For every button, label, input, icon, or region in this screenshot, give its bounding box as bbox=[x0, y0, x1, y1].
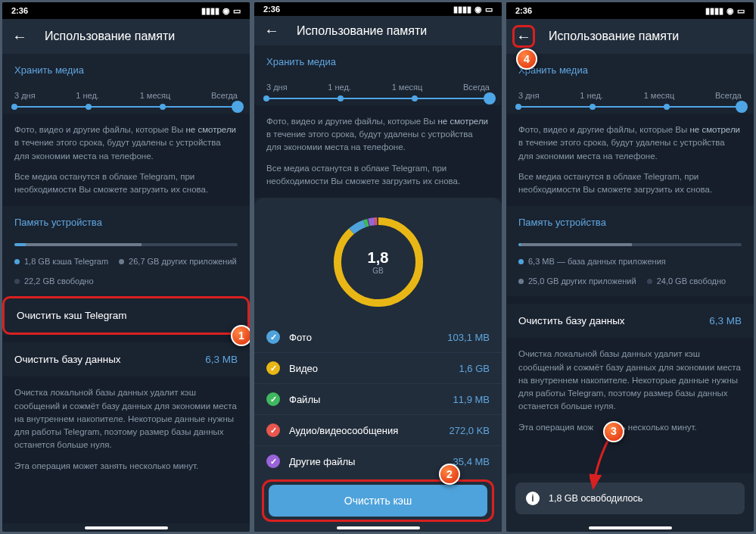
app-header: ← Использование памяти bbox=[254, 16, 502, 45]
clear-cache-highlight: Очистить кэш Telegram 1 bbox=[2, 296, 250, 335]
wifi-icon: ◉ bbox=[474, 5, 482, 14]
status-time: 2:36 bbox=[263, 5, 280, 14]
legend-item: 25,0 GB других приложений bbox=[518, 276, 636, 286]
device-storage-title: Память устройства bbox=[14, 217, 238, 228]
wifi-icon: ◉ bbox=[222, 6, 230, 16]
cache-cat-other[interactable]: ✓ Другие файлы 35,4 MB bbox=[254, 445, 502, 476]
storage-bar bbox=[14, 243, 238, 246]
clear-db-button[interactable]: Очистить базу данных 6,3 MB bbox=[2, 342, 250, 376]
legend-item: 24,0 GB свободно bbox=[647, 276, 726, 286]
step-marker-3: 3 bbox=[603, 421, 624, 442]
cache-cat-photo[interactable]: ✓ Фото 103,1 MB bbox=[254, 322, 502, 352]
donut-total-unit: GB bbox=[372, 267, 383, 275]
screen-2: 2:36 ▮▮▮▮◉▭ ← Использование памяти Храни… bbox=[254, 2, 502, 532]
clear-cache-highlight: Очистить кэш 2 bbox=[262, 479, 494, 522]
status-bar: 2:36 ▮▮▮▮ ◉ ▭ bbox=[2, 2, 250, 19]
home-indicator[interactable] bbox=[85, 526, 168, 529]
device-storage-section: Память устройства 6,3 MB — база данных п… bbox=[506, 206, 754, 296]
check-icon[interactable]: ✓ bbox=[266, 330, 280, 344]
status-time: 2:36 bbox=[515, 6, 532, 15]
check-icon[interactable]: ✓ bbox=[266, 423, 280, 437]
legend-item: 1,8 GB кэша Telegram bbox=[14, 257, 108, 266]
status-bar: 2:36 ▮▮▮▮◉▭ bbox=[254, 2, 502, 16]
keep-media-info: Фото, видео и другие файлы, которые Вы н… bbox=[2, 114, 250, 206]
check-icon[interactable]: ✓ bbox=[266, 454, 280, 468]
step-marker-4: 4 bbox=[516, 48, 537, 70]
legend-item: 26,7 GB других приложений bbox=[119, 257, 237, 266]
cache-sheet: 1,8 GB ✓ Фото 103,1 MB ✓ Видео 1,6 GB ✓ … bbox=[254, 198, 502, 532]
status-icons: ▮▮▮▮ ◉ ▭ bbox=[201, 6, 241, 16]
keep-media-slider[interactable] bbox=[518, 106, 742, 108]
cache-cat-audio[interactable]: ✓ Аудио/видеосообщения 272,0 KB bbox=[254, 414, 502, 445]
info-icon: i bbox=[526, 492, 540, 505]
legend-item: 6,3 MB — база данных приложения bbox=[518, 257, 666, 266]
keep-media-title: Хранить медиа bbox=[14, 64, 238, 76]
check-icon[interactable]: ✓ bbox=[266, 392, 280, 406]
step-marker-2: 2 bbox=[439, 464, 460, 485]
screen-3: 2:36 ▮▮▮▮◉▭ ← 4 Использование памяти Хра… bbox=[506, 2, 754, 532]
home-indicator[interactable] bbox=[337, 526, 420, 529]
screen-1: 2:36 ▮▮▮▮ ◉ ▭ ← Использование памяти Хра… bbox=[2, 2, 250, 532]
keep-media-section: Хранить медиа 3 дня 1 нед. 1 месяц Всегд… bbox=[254, 45, 502, 105]
back-button[interactable]: ← 4 bbox=[512, 25, 535, 48]
keep-media-info: Фото, видео и другие файлы, которые Вы н… bbox=[254, 105, 502, 198]
battery-icon: ▭ bbox=[485, 5, 493, 14]
slider-labels: 3 дня 1 нед. 1 месяц Всегда bbox=[14, 91, 238, 100]
home-indicator[interactable] bbox=[589, 526, 672, 529]
keep-media-slider[interactable] bbox=[14, 106, 238, 108]
cache-cat-video[interactable]: ✓ Видео 1,6 GB bbox=[254, 352, 502, 383]
storage-bar bbox=[518, 243, 742, 246]
status-time: 2:36 bbox=[11, 6, 28, 15]
slider-tick-label: 3 дня bbox=[14, 91, 36, 100]
keep-media-title: Хранить медиа bbox=[266, 56, 490, 67]
cache-cat-files[interactable]: ✓ Файлы 11,9 MB bbox=[254, 383, 502, 414]
battery-icon: ▭ bbox=[737, 6, 745, 16]
app-header: ← Использование памяти bbox=[2, 19, 250, 54]
slider-thumb[interactable] bbox=[232, 101, 244, 113]
db-info: Очистка локальной базы данных удалит кэш… bbox=[2, 376, 250, 482]
keep-media-section: Хранить медиа 3 дня 1 нед. 1 месяц Всегд… bbox=[506, 54, 754, 114]
slider-tick-label: 1 месяц bbox=[140, 91, 171, 100]
header-title: Использование памяти bbox=[297, 24, 427, 38]
signal-icon: ▮▮▮▮ bbox=[201, 6, 219, 16]
slider-tick-label: 1 нед. bbox=[76, 91, 99, 100]
storage-legend: 1,8 GB кэша Telegram 26,7 GB других прил… bbox=[14, 257, 238, 286]
wifi-icon: ◉ bbox=[726, 6, 734, 16]
donut-total-value: 1,8 bbox=[368, 249, 389, 267]
keep-media-info: Фото, видео и другие файлы, которые Вы н… bbox=[506, 114, 754, 206]
check-icon[interactable]: ✓ bbox=[266, 361, 280, 375]
signal-icon: ▮▮▮▮ bbox=[705, 6, 723, 16]
clear-cache-confirm-button[interactable]: Очистить кэш bbox=[269, 485, 487, 517]
header-title: Использование памяти bbox=[45, 30, 175, 43]
legend-item: 22,2 GB свободно bbox=[14, 276, 94, 286]
header-title: Использование памяти bbox=[549, 30, 679, 43]
clear-cache-button[interactable]: Очистить кэш Telegram bbox=[5, 298, 247, 333]
signal-icon: ▮▮▮▮ bbox=[453, 5, 471, 14]
keep-media-title: Хранить медиа bbox=[518, 64, 742, 76]
slider-tick-label: Всегда bbox=[211, 91, 238, 100]
battery-icon: ▭ bbox=[233, 6, 241, 16]
cache-donut-chart: 1,8 GB bbox=[329, 213, 428, 311]
db-info: Очистка локальной базы данных удалит кэш… bbox=[506, 338, 754, 444]
keep-media-slider[interactable] bbox=[266, 98, 490, 99]
clear-db-button[interactable]: Очистить базу данных 6,3 MB bbox=[506, 304, 754, 338]
device-storage-section: Память устройства 1,8 GB кэша Telegram 2… bbox=[2, 206, 250, 296]
back-button[interactable]: ← bbox=[8, 25, 31, 48]
app-header: ← 4 Использование памяти bbox=[506, 19, 754, 54]
status-bar: 2:36 ▮▮▮▮◉▭ bbox=[506, 2, 754, 19]
step-marker-1: 1 bbox=[231, 325, 250, 346]
keep-media-section: Хранить медиа 3 дня 1 нед. 1 месяц Всегд… bbox=[2, 54, 250, 114]
back-button[interactable]: ← bbox=[260, 20, 283, 42]
